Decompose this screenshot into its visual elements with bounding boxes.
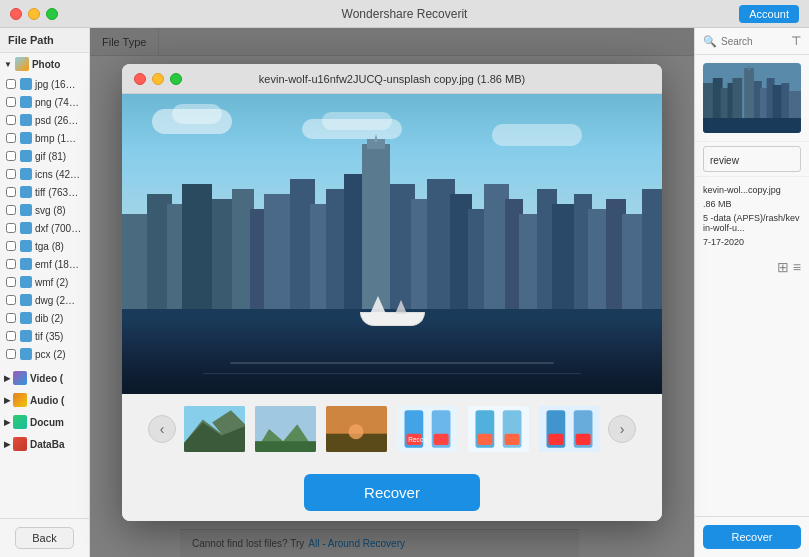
right-panel-thumb-image xyxy=(703,63,801,133)
close-button[interactable] xyxy=(10,8,22,20)
back-button[interactable]: Back xyxy=(15,527,73,549)
expand-arrow-icon: ▼ xyxy=(4,60,12,69)
sidebar-item-wmf[interactable]: wmf (2) xyxy=(0,273,89,291)
sidebar-header: File Path xyxy=(0,28,89,53)
item-label: pcx (2) xyxy=(35,349,66,360)
item-label: tiff (763… xyxy=(35,187,78,198)
pcx-checkbox[interactable] xyxy=(6,349,16,359)
view-toggle: ⊞ ≡ xyxy=(695,255,809,279)
svg-rect-54 xyxy=(548,434,563,445)
thumbnail-0[interactable] xyxy=(182,404,247,454)
maximize-button[interactable] xyxy=(46,8,58,20)
sidebar-item-icns[interactable]: icns (42… xyxy=(0,165,89,183)
thumbnail-2[interactable] xyxy=(324,404,389,454)
svg-rect-44 xyxy=(434,434,449,445)
next-thumb-button[interactable]: › xyxy=(608,415,636,443)
expand-arrow-doc-icon: ▶ xyxy=(4,418,10,427)
dwg-checkbox[interactable] xyxy=(6,295,16,305)
preview-close-button[interactable] xyxy=(134,73,146,85)
tga-checkbox[interactable] xyxy=(6,241,16,251)
audio-group-label: Audio ( xyxy=(30,395,64,406)
account-button[interactable]: Account xyxy=(739,5,799,23)
sidebar-group-video[interactable]: ▶ Video ( xyxy=(0,367,89,389)
dxf-checkbox[interactable] xyxy=(6,223,16,233)
item-label: tga (8) xyxy=(35,241,64,252)
item-label: dxf (700… xyxy=(35,223,81,234)
file-path-row: 5 -data (APFS)/rash/kevin-wolf-u... xyxy=(703,213,801,233)
jpg-checkbox[interactable] xyxy=(6,79,16,89)
sidebar-item-jpg[interactable]: jpg (16… xyxy=(0,75,89,93)
svg-text:Recov: Recov xyxy=(408,436,427,443)
sidebar-item-png[interactable]: png (74… xyxy=(0,93,89,111)
list-view-icon[interactable]: ≡ xyxy=(793,259,801,275)
tiff-checkbox[interactable] xyxy=(6,187,16,197)
sidebar-item-pcx[interactable]: pcx (2) xyxy=(0,345,89,363)
sidebar-item-gif[interactable]: gif (81) xyxy=(0,147,89,165)
thumb-image-3: Recov xyxy=(397,406,458,452)
svg-rect-10 xyxy=(264,194,294,324)
thumbnail-3[interactable]: Recov xyxy=(395,404,460,454)
item-label: svg (8) xyxy=(35,205,66,216)
sidebar-item-tga[interactable]: tga (8) xyxy=(0,237,89,255)
sidebar-item-bmp[interactable]: bmp (1… xyxy=(0,129,89,147)
sidebar-group-audio[interactable]: ▶ Audio ( xyxy=(0,389,89,411)
sidebar-title: File Path xyxy=(8,34,54,46)
recover-button[interactable]: Recover xyxy=(304,474,480,511)
psd-checkbox[interactable] xyxy=(6,115,16,125)
sidebar-footer: Back xyxy=(0,518,89,557)
sidebar-item-dib[interactable]: dib (2) xyxy=(0,309,89,327)
thumb-image-4 xyxy=(468,406,529,452)
svg-checkbox[interactable] xyxy=(6,205,16,215)
preview-window: kevin-wolf-u16nfw2JUCQ-unsplash copy.jpg… xyxy=(122,64,662,521)
svg-rect-70 xyxy=(703,118,801,133)
svg-rect-3 xyxy=(182,184,212,324)
gif-checkbox[interactable] xyxy=(6,151,16,161)
minimize-button[interactable] xyxy=(28,8,40,20)
sidebar-item-svg[interactable]: svg (8) xyxy=(0,201,89,219)
database-group-label: DataBa xyxy=(30,439,64,450)
wmf-checkbox[interactable] xyxy=(6,277,16,287)
prev-thumb-button[interactable]: ‹ xyxy=(148,415,176,443)
preview-minimize-button[interactable] xyxy=(152,73,164,85)
icns-checkbox[interactable] xyxy=(6,169,16,179)
thumbnail-1[interactable] xyxy=(253,404,318,454)
sidebar-item-dwg[interactable]: dwg (2… xyxy=(0,291,89,309)
item-label: dib (2) xyxy=(35,313,63,324)
sidebar-group-photo[interactable]: ▼ Photo xyxy=(0,53,89,75)
filter-icon[interactable]: ⊤ xyxy=(791,34,801,48)
search-input[interactable] xyxy=(721,36,787,47)
file-info-panel: kevin-wol...copy.jpg .86 MB 5 -data (APF… xyxy=(695,177,809,255)
item-label: psd (26… xyxy=(35,115,78,126)
svg-rect-36 xyxy=(255,441,316,452)
emf-checkbox[interactable] xyxy=(6,259,16,269)
svg-point-39 xyxy=(349,424,364,439)
right-panel-recover-button[interactable]: Recover xyxy=(703,525,801,549)
file-date-row: 7-17-2020 xyxy=(703,237,801,247)
sidebar-item-dxf[interactable]: dxf (700… xyxy=(0,219,89,237)
item-label: wmf (2) xyxy=(35,277,68,288)
sidebar-group-document[interactable]: ▶ Docum xyxy=(0,411,89,433)
svg-rect-49 xyxy=(477,434,492,445)
item-label: icns (42… xyxy=(35,169,80,180)
png-checkbox[interactable] xyxy=(6,97,16,107)
expand-arrow-audio-icon: ▶ xyxy=(4,396,10,405)
svg-rect-55 xyxy=(576,434,591,445)
sidebar-item-tif[interactable]: tif (35) xyxy=(0,327,89,345)
preview-maximize-button[interactable] xyxy=(170,73,182,85)
item-label: gif (81) xyxy=(35,151,66,162)
dib-checkbox[interactable] xyxy=(6,313,16,323)
sidebar-item-tiff[interactable]: tiff (763… xyxy=(0,183,89,201)
grid-view-icon[interactable]: ⊞ xyxy=(777,259,789,275)
item-label: jpg (16… xyxy=(35,79,76,90)
file-path: 5 -data (APFS)/rash/kevin-wolf-u... xyxy=(703,213,800,233)
sidebar-group-database[interactable]: ▶ DataBa xyxy=(0,433,89,455)
thumbnail-4[interactable] xyxy=(466,404,531,454)
file-name: kevin-wol...copy.jpg xyxy=(703,185,781,195)
tif-checkbox[interactable] xyxy=(6,331,16,341)
thumbnail-5[interactable] xyxy=(537,404,602,454)
sidebar-item-psd[interactable]: psd (26… xyxy=(0,111,89,129)
search-bar: 🔍 ⊤ xyxy=(695,28,809,55)
sidebar-item-emf[interactable]: emf (18… xyxy=(0,255,89,273)
item-label: bmp (1… xyxy=(35,133,76,144)
bmp-checkbox[interactable] xyxy=(6,133,16,143)
